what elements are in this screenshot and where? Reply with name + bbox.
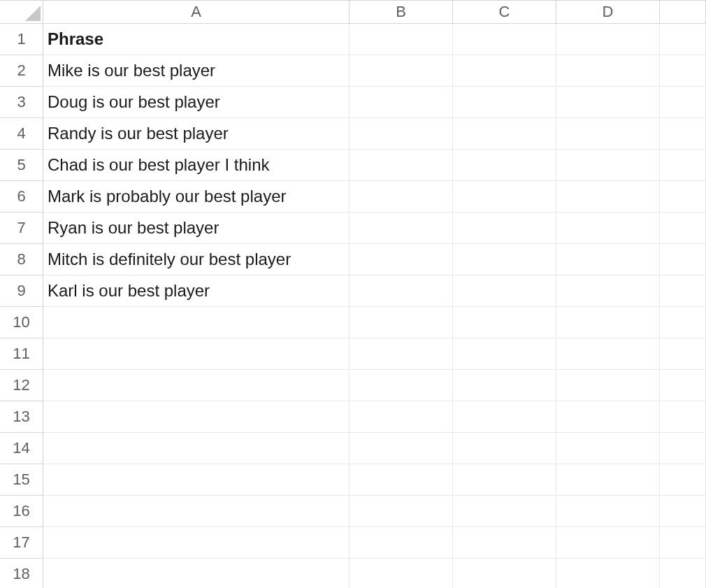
- cell-b5[interactable]: [350, 150, 453, 181]
- cell-a12[interactable]: [43, 370, 350, 401]
- row-header-12[interactable]: 12: [0, 370, 43, 401]
- column-header-e[interactable]: [660, 1, 706, 24]
- cell-a13[interactable]: [43, 401, 350, 433]
- cell-e5[interactable]: [660, 150, 706, 181]
- cell-c16[interactable]: [453, 496, 556, 527]
- cell-c8[interactable]: [453, 244, 556, 275]
- cell-a4[interactable]: Randy is our best player: [43, 118, 350, 150]
- cell-a5[interactable]: Chad is our best player I think: [43, 150, 350, 181]
- row-header-18[interactable]: 18: [0, 559, 43, 588]
- cell-d18[interactable]: [556, 559, 660, 588]
- row-header-17[interactable]: 17: [0, 527, 43, 559]
- cell-a10[interactable]: [43, 307, 350, 338]
- cell-c1[interactable]: [453, 24, 556, 55]
- cell-e2[interactable]: [660, 55, 706, 87]
- cell-d4[interactable]: [556, 118, 660, 150]
- cell-a18[interactable]: [43, 559, 350, 588]
- row-header-6[interactable]: 6: [0, 181, 43, 213]
- row-header-7[interactable]: 7: [0, 213, 43, 244]
- cell-c17[interactable]: [453, 527, 556, 559]
- cell-a6[interactable]: Mark is probably our best player: [43, 181, 350, 213]
- cell-d1[interactable]: [556, 24, 660, 55]
- cell-c15[interactable]: [453, 464, 556, 496]
- cell-e15[interactable]: [660, 464, 706, 496]
- select-all-corner[interactable]: [0, 1, 43, 24]
- cell-b1[interactable]: [350, 24, 453, 55]
- cell-b8[interactable]: [350, 244, 453, 275]
- cell-b16[interactable]: [350, 496, 453, 527]
- cell-d7[interactable]: [556, 213, 660, 244]
- cell-b7[interactable]: [350, 213, 453, 244]
- cell-d8[interactable]: [556, 244, 660, 275]
- cell-c12[interactable]: [453, 370, 556, 401]
- row-header-2[interactable]: 2: [0, 55, 43, 87]
- cell-d10[interactable]: [556, 307, 660, 338]
- cell-a8[interactable]: Mitch is definitely our best player: [43, 244, 350, 275]
- row-header-4[interactable]: 4: [0, 118, 43, 150]
- cell-c4[interactable]: [453, 118, 556, 150]
- cell-c18[interactable]: [453, 559, 556, 588]
- cell-a9[interactable]: Karl is our best player: [43, 275, 350, 307]
- cell-d2[interactable]: [556, 55, 660, 87]
- cell-e8[interactable]: [660, 244, 706, 275]
- cell-d9[interactable]: [556, 275, 660, 307]
- cell-e1[interactable]: [660, 24, 706, 55]
- cell-c6[interactable]: [453, 181, 556, 213]
- cell-d14[interactable]: [556, 433, 660, 464]
- cell-d3[interactable]: [556, 87, 660, 118]
- cell-b10[interactable]: [350, 307, 453, 338]
- cell-e10[interactable]: [660, 307, 706, 338]
- cell-e14[interactable]: [660, 433, 706, 464]
- cell-b2[interactable]: [350, 55, 453, 87]
- cell-d17[interactable]: [556, 527, 660, 559]
- cell-c7[interactable]: [453, 213, 556, 244]
- cell-d6[interactable]: [556, 181, 660, 213]
- cell-a17[interactable]: [43, 527, 350, 559]
- cell-e9[interactable]: [660, 275, 706, 307]
- cell-e16[interactable]: [660, 496, 706, 527]
- row-header-3[interactable]: 3: [0, 87, 43, 118]
- cell-d16[interactable]: [556, 496, 660, 527]
- cell-b3[interactable]: [350, 87, 453, 118]
- cell-e12[interactable]: [660, 370, 706, 401]
- cell-c14[interactable]: [453, 433, 556, 464]
- cell-b13[interactable]: [350, 401, 453, 433]
- cell-e18[interactable]: [660, 559, 706, 588]
- cell-e6[interactable]: [660, 181, 706, 213]
- cell-e7[interactable]: [660, 213, 706, 244]
- cell-a2[interactable]: Mike is our best player: [43, 55, 350, 87]
- cell-b12[interactable]: [350, 370, 453, 401]
- cell-b6[interactable]: [350, 181, 453, 213]
- cell-a16[interactable]: [43, 496, 350, 527]
- row-header-8[interactable]: 8: [0, 244, 43, 275]
- cell-e4[interactable]: [660, 118, 706, 150]
- cell-c5[interactable]: [453, 150, 556, 181]
- row-header-14[interactable]: 14: [0, 433, 43, 464]
- cell-e11[interactable]: [660, 338, 706, 370]
- column-header-d[interactable]: D: [556, 1, 660, 24]
- cell-a7[interactable]: Ryan is our best player: [43, 213, 350, 244]
- cell-b18[interactable]: [350, 559, 453, 588]
- cell-a11[interactable]: [43, 338, 350, 370]
- cell-c2[interactable]: [453, 55, 556, 87]
- row-header-15[interactable]: 15: [0, 464, 43, 496]
- cell-b15[interactable]: [350, 464, 453, 496]
- cell-b9[interactable]: [350, 275, 453, 307]
- row-header-1[interactable]: 1: [0, 24, 43, 55]
- cell-c9[interactable]: [453, 275, 556, 307]
- cell-a15[interactable]: [43, 464, 350, 496]
- row-header-11[interactable]: 11: [0, 338, 43, 370]
- row-header-13[interactable]: 13: [0, 401, 43, 433]
- row-header-5[interactable]: 5: [0, 150, 43, 181]
- cell-b11[interactable]: [350, 338, 453, 370]
- cell-d5[interactable]: [556, 150, 660, 181]
- cell-a3[interactable]: Doug is our best player: [43, 87, 350, 118]
- cell-d12[interactable]: [556, 370, 660, 401]
- row-header-10[interactable]: 10: [0, 307, 43, 338]
- cell-c11[interactable]: [453, 338, 556, 370]
- cell-b14[interactable]: [350, 433, 453, 464]
- column-header-a[interactable]: A: [43, 1, 350, 24]
- cell-a1[interactable]: Phrase: [43, 24, 350, 55]
- cell-c3[interactable]: [453, 87, 556, 118]
- cell-b4[interactable]: [350, 118, 453, 150]
